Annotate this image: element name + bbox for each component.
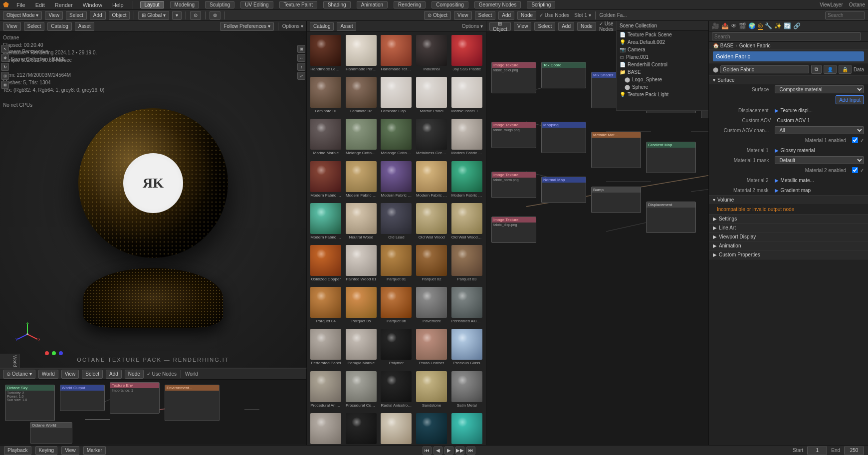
material-item[interactable]: Old Lead: [379, 202, 414, 243]
tab-shading[interactable]: Shading: [323, 1, 351, 8]
node-texture4[interactable]: Image Texture fabric_disp.png: [491, 217, 536, 243]
material-item[interactable]: Prada Leather: [415, 328, 449, 369]
material-item[interactable]: Marble Panel Tinted: [449, 76, 484, 117]
prop-search-input[interactable]: [712, 32, 861, 40]
material-item[interactable]: Parquet 03: [449, 244, 484, 285]
asset-btn[interactable]: Asset: [337, 22, 356, 31]
material-item[interactable]: Perugia Marble: [344, 328, 379, 369]
custom-properties-section-header[interactable]: ▶ Custom Properties: [709, 250, 868, 259]
material2-enabled-checkbox[interactable]: [852, 167, 858, 173]
render-btn[interactable]: Add: [498, 11, 514, 20]
menu-help[interactable]: Help: [110, 2, 126, 8]
scene-item-logo-sphere[interactable]: ⬤ Logo_Sphere: [617, 76, 708, 83]
follow-preferences-btn[interactable]: Follow Preferences ▾: [220, 22, 273, 31]
material-item[interactable]: Parquet 06: [379, 286, 414, 327]
surface-section-header[interactable]: ▾ Surface: [709, 76, 868, 84]
material-item[interactable]: Laminate 02: [344, 76, 379, 117]
prop-icon-modifier[interactable]: 🔧: [765, 22, 772, 29]
material1-mask-dropdown[interactable]: Default: [775, 156, 864, 164]
custom-aov-chan-dropdown[interactable]: All: [775, 126, 864, 134]
prop-icon-render[interactable]: 🎥: [712, 22, 719, 29]
add-btn3[interactable]: Add: [106, 370, 122, 379]
material-item[interactable]: Modern Fabric 04: [379, 160, 414, 201]
material-item[interactable]: Polymer: [379, 328, 414, 369]
material-item[interactable]: Parquet 05: [344, 286, 379, 327]
end-frame-input2[interactable]: [844, 447, 864, 455]
prop-icon-scene[interactable]: 🎬: [739, 22, 746, 29]
tab-compositing[interactable]: Compositing: [432, 1, 468, 8]
tab-geometry-nodes[interactable]: Geometry Nodes: [474, 1, 521, 8]
prop-icon-view[interactable]: 👁: [731, 22, 737, 29]
select-btn3[interactable]: Select: [82, 370, 103, 379]
markers-btn[interactable]: Marker: [83, 446, 106, 455]
material-item[interactable]: Modern Fabric 06: [449, 160, 484, 201]
world-node4[interactable]: Environment...: [165, 385, 219, 421]
displacement-value[interactable]: Texture displ...: [781, 108, 864, 113]
node-texture1[interactable]: Image Texture fabric_color.png: [491, 62, 536, 93]
material-item[interactable]: Radial Anisotropy: [379, 370, 414, 411]
sidebar-toggle[interactable]: ⊞: [297, 45, 305, 53]
material-item[interactable]: Sandstone: [415, 370, 449, 411]
material-item[interactable]: Neutral Wood: [344, 202, 379, 243]
world-node3[interactable]: Texture Env Importance: 1: [110, 382, 160, 414]
material-item[interactable]: Melange Cotton Gr...: [379, 118, 414, 159]
search-input[interactable]: [825, 11, 865, 19]
material-item[interactable]: Oxidized Copper: [309, 244, 343, 285]
node-mapping[interactable]: Mapping: [541, 122, 586, 153]
select-menu-btn[interactable]: Select: [24, 22, 45, 31]
menu-render[interactable]: Render: [53, 2, 75, 8]
prop-icon-physics[interactable]: 🔄: [784, 22, 791, 29]
shading-btn[interactable]: Select: [475, 11, 496, 20]
surface-type-dropdown[interactable]: Composite material: [775, 85, 864, 93]
material-item[interactable]: Parquet 01: [379, 244, 414, 285]
view-btn4[interactable]: View: [61, 446, 79, 455]
world-node5[interactable]: Octane World: [30, 422, 72, 444]
node-bump[interactable]: Bump: [591, 187, 641, 213]
material-item[interactable]: Laminate Cappucc...: [379, 76, 414, 117]
material2-mask-value[interactable]: Gradient map: [781, 188, 864, 193]
viewport-display-section-header[interactable]: ▶ Viewport Display: [709, 232, 868, 241]
step-back-btn2[interactable]: ◀: [434, 447, 442, 455]
object-btn[interactable]: Object: [109, 11, 130, 20]
scene-item-renderhill[interactable]: 📄 Renderhill Control: [617, 61, 708, 68]
menu-file[interactable]: File: [14, 2, 27, 8]
snap-btn[interactable]: ⊙: [190, 11, 201, 20]
material-item[interactable]: Parquet 04: [309, 286, 343, 327]
material-item[interactable]: Modern Fabric 05: [415, 160, 449, 201]
material-item[interactable]: Metalness Green...: [415, 118, 449, 159]
material-item[interactable]: Painted Wood 01: [344, 244, 379, 285]
scene-item-area-default[interactable]: 💡 Area.Default.002: [617, 38, 708, 46]
node-btn2[interactable]: Node: [577, 22, 596, 31]
material-item[interactable]: Industrial: [415, 34, 449, 75]
object-mode-btn2[interactable]: ⊞ Object: [489, 22, 511, 31]
scene-item-texture-pack-light[interactable]: 💡 Texture Pack Light: [617, 91, 708, 98]
material-item[interactable]: Modern Fabric 07: [309, 202, 343, 243]
scene-item-base[interactable]: 📁 BASE: [617, 68, 708, 76]
play-btn2[interactable]: ▶: [444, 447, 453, 455]
prop-icon-output[interactable]: 📤: [721, 22, 729, 29]
material2-value[interactable]: Metallic mate...: [781, 178, 864, 183]
octane-btn[interactable]: ⊙ Octane ▾: [3, 370, 35, 379]
tab-animation[interactable]: Animation: [357, 1, 388, 8]
material-list-item-selected[interactable]: Golden Fabric: [713, 51, 864, 61]
prop-icon-object[interactable]: ◎: [758, 22, 763, 30]
material-item[interactable]: Perforated Panel: [309, 328, 343, 369]
material-item[interactable]: Laminate 01: [309, 76, 343, 117]
node-gradient[interactable]: Gradient Map: [646, 142, 696, 173]
orientation-btn[interactable]: ▾: [172, 11, 182, 20]
material-item[interactable]: Perforated Alumi...: [449, 286, 484, 327]
tab-texture-paint[interactable]: Texture Paint: [279, 1, 317, 8]
scale-tool[interactable]: ⊞: [1, 72, 9, 80]
overlay-btn[interactable]: ⊙ Object: [424, 11, 451, 20]
material-item[interactable]: Melange Cotton C...: [344, 118, 379, 159]
material-item[interactable]: Old Wall Wood Tin...: [449, 202, 484, 243]
material-item[interactable]: Old Wall Wood: [415, 202, 449, 243]
material-fake-btn[interactable]: 🔒: [839, 65, 852, 74]
material-item[interactable]: Marble Panel: [415, 76, 449, 117]
tab-modeling[interactable]: Modeling: [170, 1, 200, 8]
scene-item-texture-pack[interactable]: 📄 Texture Pack Scene: [617, 31, 708, 38]
gizmo-btn[interactable]: View: [454, 11, 472, 20]
node-normal[interactable]: Normal Map: [541, 177, 586, 203]
node-btn3[interactable]: Node: [125, 370, 144, 379]
animation-section-header[interactable]: ▶ Animation: [709, 241, 868, 250]
